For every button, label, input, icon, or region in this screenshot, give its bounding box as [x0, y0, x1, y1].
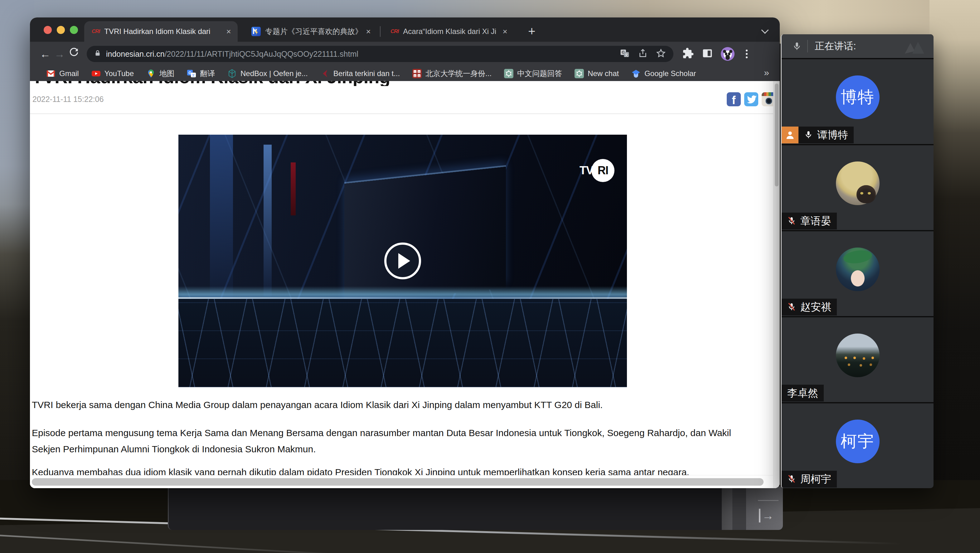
article-date: 2022-11-11 15:22:06	[32, 95, 103, 104]
participant-tile[interactable]: 柯宇 周柯宇	[782, 404, 934, 488]
side-panel-icon[interactable]	[702, 48, 713, 60]
mic-muted-icon	[787, 474, 797, 484]
studio-floor-grid	[178, 299, 627, 388]
twitter-share-icon[interactable]	[744, 92, 758, 106]
tab-tvri-article[interactable]: CRI TVRI Hadirkan Idiom Klasik dari ×	[84, 21, 238, 42]
berita-icon	[320, 69, 330, 78]
participant-tile[interactable]: 赵安祺	[782, 231, 934, 316]
tab-search-chevron-icon[interactable]	[762, 27, 769, 34]
participant-namebar: 李卓然	[782, 385, 824, 402]
bookmark-maps[interactable]: 地图	[146, 68, 174, 79]
vertical-scrollbar-thumb[interactable]	[775, 84, 778, 186]
wallpaper-left-mountain	[0, 0, 34, 553]
background-window-sidebar: →	[722, 486, 783, 530]
scholar-icon	[631, 69, 641, 78]
participant-name: 李卓然	[787, 386, 818, 400]
close-window-button[interactable]	[44, 26, 52, 34]
cri-favicon: CRI	[92, 29, 100, 35]
url-host: indonesian.cri.cn	[106, 49, 165, 58]
forward-button[interactable]: →	[52, 47, 67, 61]
divider	[30, 113, 773, 114]
participant-name: 章语晏	[800, 214, 831, 228]
tab-title: 专题片《习近平喜欢的典故》（E	[265, 27, 359, 37]
paragraph-2-line-1: Episode pertama mengusung tema Kerja Sam…	[32, 428, 774, 438]
sidebar-collapse-icon[interactable]: →	[759, 509, 775, 523]
background-window[interactable]: →	[168, 486, 783, 530]
participant-name: 赵安祺	[800, 300, 831, 314]
reload-button[interactable]	[67, 47, 81, 61]
bookmarks-overflow-chevron[interactable]: »	[764, 67, 769, 78]
participant-namebar: 谭博特	[782, 127, 854, 143]
facebook-share-icon[interactable]: f	[727, 92, 741, 106]
paragraph-2-line-2: Sekjen Perhimpunan Alumni Tiongkok di In…	[32, 444, 774, 454]
tab-title: Acara“Idiom Klasik dari Xi Jinpi	[403, 27, 496, 36]
bookmark-scholar[interactable]: Google Scholar	[631, 69, 696, 78]
avatar-photo	[836, 162, 880, 205]
speaker-mic-icon	[792, 41, 802, 51]
profile-avatar[interactable]	[721, 47, 735, 61]
back-button[interactable]: ←	[38, 47, 52, 61]
tab-close-icon[interactable]: ×	[500, 27, 510, 37]
translate-icon[interactable]: G文	[620, 48, 630, 60]
chrome-menu-icon[interactable]	[742, 48, 751, 60]
participant-tile[interactable]: 章语晏	[782, 145, 934, 230]
participant-name: 谭博特	[817, 128, 848, 142]
bookmark-new-chat[interactable]: New chat	[574, 69, 619, 78]
horizontal-scrollbar-thumb[interactable]	[32, 478, 764, 486]
share-buttons: f	[727, 92, 776, 106]
address-bar[interactable]: indonesian.cri.cn/2022/11/11/ARTITjhtiQC…	[87, 46, 673, 62]
url-path: /2022/11/11/ARTITjhtiQC5JqAuJqQQsOOy2211…	[165, 49, 358, 58]
studio-pillar	[264, 145, 272, 296]
bookmark-translate[interactable]: G文 翻译	[187, 68, 215, 79]
pku-seal-icon: 1AAA	[412, 69, 422, 78]
svg-text:文: 文	[192, 73, 195, 77]
wallpaper-right-hill	[929, 0, 980, 553]
meeting-header: 正在讲话:	[782, 34, 934, 58]
play-button[interactable]	[384, 243, 421, 279]
bookmarks-bar: Gmail YouTube 地图 G文 翻译 NedBox | Oefen je…	[30, 66, 780, 81]
tab-divider	[380, 26, 380, 37]
horizontal-scrollbar[interactable]	[30, 475, 773, 488]
participant-namebar: 赵安祺	[782, 299, 837, 315]
participant-tile[interactable]: 李卓然	[782, 317, 934, 402]
desktop: → CRI TVRI Hadirkan Idiom Klasik dari × …	[0, 0, 980, 553]
bookmark-nedbox[interactable]: NedBox | Oefen je...	[228, 69, 308, 78]
browser-toolbar: ← → indonesian.cri.cn/2022/11/11/ARTITjh…	[30, 42, 780, 66]
url-text: indonesian.cri.cn/2022/11/11/ARTITjhtiQC…	[106, 49, 616, 59]
avatar-photo	[836, 248, 880, 291]
participant-tile[interactable]: 博特 谭博特	[782, 59, 934, 144]
nedbox-icon	[228, 69, 237, 78]
extensions-puzzle-icon[interactable]	[682, 48, 694, 60]
tab-acara-idiom[interactable]: CRI Acara“Idiom Klasik dari Xi Jinpi ×	[383, 21, 514, 42]
tab-documentary[interactable]: 专题片《习近平喜欢的典故》（E ×	[244, 21, 377, 42]
video-player[interactable]: TV RI	[178, 135, 627, 387]
meeting-panel: 正在讲话: 博特 谭博特	[781, 34, 934, 488]
participant-namebar: 周柯宇	[782, 471, 837, 488]
bookmark-youtube[interactable]: YouTube	[91, 69, 134, 78]
maps-icon	[146, 69, 156, 78]
studio-pillar	[210, 135, 233, 302]
bookmark-gmail[interactable]: Gmail	[46, 69, 79, 78]
tab-close-icon[interactable]: ×	[363, 27, 374, 37]
sidebar-stripe	[732, 486, 746, 530]
studio-desk	[344, 167, 506, 305]
minimize-window-button[interactable]	[57, 26, 65, 34]
news-favicon	[251, 27, 261, 36]
bookmark-chatgpt-cn[interactable]: 中文问题回答	[504, 68, 562, 79]
tab-title: TVRI Hadirkan Idiom Klasik dari	[104, 27, 220, 36]
cri-favicon: CRI	[390, 29, 399, 35]
vertical-scrollbar[interactable]	[773, 81, 780, 488]
tab-close-icon[interactable]: ×	[223, 27, 234, 37]
paragraph-1: TVRI bekerja sama dengan China Media Gro…	[32, 400, 774, 410]
new-tab-button[interactable]: +	[524, 24, 539, 39]
share-icon[interactable]	[638, 48, 648, 60]
header-divider	[807, 40, 808, 52]
bookmark-berita[interactable]: Berita terkini dan t...	[320, 69, 400, 78]
lock-icon[interactable]	[94, 49, 102, 59]
bookmark-pku[interactable]: 1AAA 北京大学统一身份...	[412, 68, 492, 79]
svg-text:A: A	[414, 75, 416, 77]
bookmark-star-icon[interactable]	[656, 48, 666, 60]
mic-on-icon	[804, 130, 813, 140]
zoom-window-button[interactable]	[70, 26, 78, 34]
speaking-label: 正在讲话:	[815, 40, 856, 53]
